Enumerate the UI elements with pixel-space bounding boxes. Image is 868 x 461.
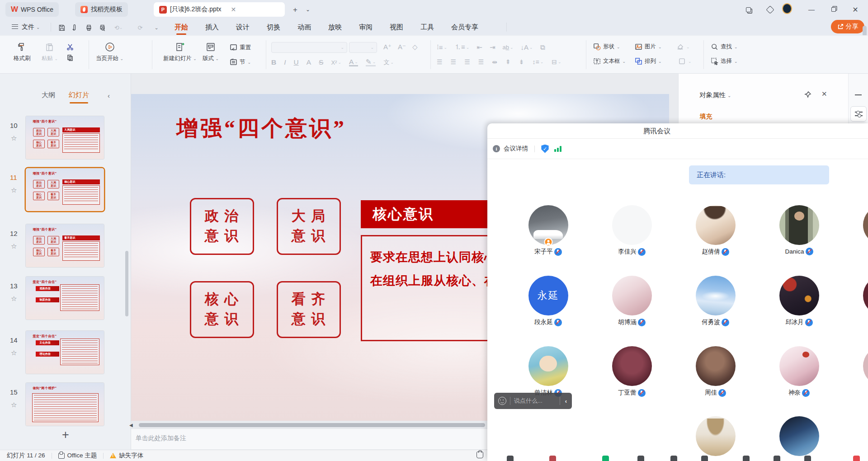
app-center-icon[interactable] <box>765 5 775 14</box>
leave-icon[interactable] <box>853 456 860 461</box>
increase-indent-icon[interactable]: ⇥ <box>490 43 495 52</box>
menu-item-设计[interactable]: 设计 <box>236 23 250 32</box>
bold-button[interactable]: B <box>271 58 276 66</box>
doc-icon[interactable] <box>701 456 708 461</box>
numbered-list-icon[interactable]: ⒈≡ ⌄ <box>454 43 469 52</box>
font-color-button[interactable]: A ⌄ <box>349 59 358 66</box>
participant-partial[interactable] <box>841 205 868 245</box>
format-painter-button[interactable]: 格式刷 <box>14 41 31 62</box>
file-menu[interactable]: 文件 ⌄ <box>22 23 40 31</box>
slide-star-icon[interactable]: ☆ <box>11 295 17 303</box>
minimize-button[interactable]: — <box>807 5 816 14</box>
redo-icon[interactable]: ⟳ <box>136 23 145 32</box>
chat-collapse-icon[interactable]: ‹ <box>560 398 572 405</box>
menu-item-插入[interactable]: 插入 <box>205 23 219 32</box>
participant-李佳兴[interactable]: 李佳兴 <box>590 205 674 256</box>
meeting-details-button[interactable]: 会议详情 <box>504 145 528 153</box>
participant-曾洁林[interactable]: 曾洁林 <box>506 346 590 397</box>
pictures-button[interactable]: 图片 ⌄ <box>635 43 662 51</box>
underline-button[interactable]: U <box>294 58 299 66</box>
font-size-select[interactable]: ⌄ <box>349 42 377 53</box>
char-spacing-button[interactable]: A <box>307 58 311 66</box>
restore-button[interactable] <box>829 5 839 14</box>
participant-神奈[interactable]: 神奈 <box>757 346 841 397</box>
participant-partial[interactable] <box>757 416 841 456</box>
shading-icon[interactable]: ab̲ ⌄ <box>503 44 514 51</box>
notes-area[interactable]: 单击此处添加备注 <box>131 428 488 449</box>
collapse-panel-icon[interactable]: ‹ <box>108 92 110 99</box>
account-avatar[interactable] <box>782 4 792 14</box>
menu-hamburger-icon[interactable] <box>12 24 18 29</box>
properties-sliders-button[interactable] <box>850 106 867 122</box>
slide-thumbnail-15[interactable]: 做到“两个维护” <box>26 383 104 426</box>
phonetic-guide-button[interactable]: 文 ⌄ <box>383 58 394 66</box>
theme-label[interactable]: Office 主题 <box>67 452 97 460</box>
tab-close-icon[interactable]: ✕ <box>231 6 236 13</box>
add-slide-button[interactable]: + <box>0 428 131 442</box>
menu-item-动画[interactable]: 动画 <box>297 23 311 32</box>
new-tab-button[interactable]: + <box>293 5 297 14</box>
column-spacing-icon[interactable]: ⇟ <box>519 58 524 66</box>
tab-docer[interactable]: 找稻壳模板 <box>75 2 128 17</box>
slide-thumbnail-13[interactable]: 坚定“四个自信”道路自信制度自信 <box>26 277 104 320</box>
participant-丁亚蕾[interactable]: 丁亚蕾 <box>590 346 674 397</box>
tabs-overview-icon[interactable] <box>743 5 753 14</box>
superscript-button[interactable]: X² ⌄ <box>331 59 341 66</box>
select-button[interactable]: 选择 ⌄ <box>711 57 738 65</box>
participant-partial[interactable] <box>674 416 757 456</box>
play-from-current-button[interactable]: 当页开始 ⌄ <box>96 41 123 62</box>
save-icon[interactable] <box>57 23 66 32</box>
tab-slides[interactable]: 幻灯片 <box>69 91 89 99</box>
bullet-list-icon[interactable]: ⁝≡ ⌄ <box>437 43 447 52</box>
align-right-icon[interactable]: ☰ <box>464 58 470 66</box>
close-button[interactable]: ✕ <box>850 5 860 14</box>
textbox-button[interactable]: 文本框 ⌄ <box>593 57 626 65</box>
setting-icon[interactable] <box>804 456 811 461</box>
clear-format-icon[interactable]: ◇ <box>412 43 418 51</box>
sidebar-scrollbar[interactable] <box>125 251 128 316</box>
app-icon[interactable] <box>743 456 750 461</box>
slide-layout-button[interactable]: 版式 ⌄ <box>203 41 219 62</box>
chat-quickbar[interactable]: 说点什么... ‹ <box>494 393 572 409</box>
paste-button[interactable]: 粘贴 ⌄ <box>42 41 58 62</box>
menu-item-切换[interactable]: 切换 <box>267 23 280 32</box>
print-icon[interactable] <box>84 23 93 32</box>
font-name-select[interactable]: ⌄ <box>271 42 347 53</box>
chat-input-placeholder[interactable]: 说点什么... <box>510 397 560 405</box>
tab-wps-home[interactable]: W WPS Office <box>5 2 59 17</box>
align-center-icon[interactable]: ☰ <box>451 58 457 66</box>
line-spacing-icon[interactable]: ↕≡ ⌄ <box>532 58 543 66</box>
text-direction-icon[interactable]: ↓A ⌄ <box>521 43 533 51</box>
emoji-icon[interactable] <box>498 397 506 405</box>
merge-shapes-icon[interactable]: ⌄ <box>678 57 692 65</box>
menu-item-会员专享[interactable]: 会员专享 <box>451 23 478 32</box>
slide-star-icon[interactable]: ☆ <box>11 242 17 250</box>
highlight-button[interactable]: ✎ ⌄ <box>366 59 376 66</box>
slide-thumbnail-11[interactable]: 增强“四个意识”政治意识大局意识核心意识看齐意识核心意识 <box>26 168 104 211</box>
hscroll-left-arrow[interactable]: ◀ <box>129 423 133 428</box>
participant-partial[interactable] <box>841 346 868 386</box>
participant-何勇波[interactable]: 何勇波 <box>674 276 757 326</box>
cut-icon[interactable] <box>66 43 74 51</box>
slide-thumbnail-14[interactable]: 坚定“四个自信”文化自信理论自信 <box>26 331 104 374</box>
participant-段永延[interactable]: 永延段永延 <box>506 276 590 326</box>
participant-partial[interactable] <box>841 276 868 315</box>
tab-document-active[interactable]: P [只读]6.2班会.pptx ✕ <box>154 2 285 17</box>
mic-icon[interactable] <box>507 456 514 461</box>
section-button[interactable]: 节 ⌄ <box>230 58 251 66</box>
find-button[interactable]: 查找 ⌄ <box>711 43 738 51</box>
participant-宋子平[interactable]: 宋子平 <box>506 205 590 256</box>
selection-pane-icon[interactable]: ⧉ <box>540 43 545 52</box>
decrease-font-icon[interactable]: A⁻ <box>398 43 406 51</box>
text-align-box-icon[interactable]: ⊟ ⌄ <box>552 58 561 66</box>
share-screen-icon[interactable] <box>602 456 609 461</box>
tab-list-dropdown[interactable]: ⌄ <box>306 6 310 13</box>
copy-icon[interactable] <box>66 54 74 62</box>
menu-item-审阅[interactable]: 审阅 <box>359 23 373 32</box>
align-left-icon[interactable]: ☰ <box>437 58 443 66</box>
video-icon[interactable] <box>549 456 556 461</box>
participant-Danica[interactable]: Danica <box>757 205 841 255</box>
italic-button[interactable]: I <box>284 58 286 66</box>
share-button[interactable]: 分享 <box>831 20 864 33</box>
slide-box-align[interactable]: 看 齐意 识 <box>277 281 341 338</box>
